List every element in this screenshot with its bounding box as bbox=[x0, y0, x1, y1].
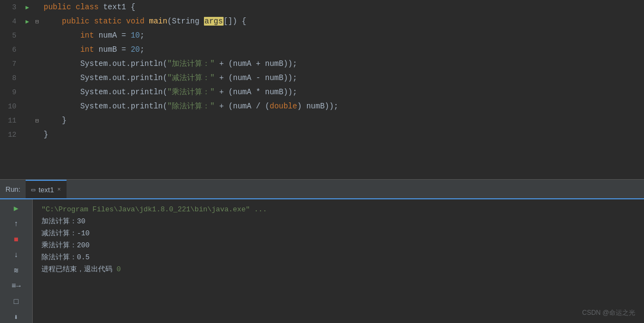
code-line: 6 int numB = 20; bbox=[0, 42, 644, 57]
output-line: 进程已结束，退出代码 0 bbox=[41, 264, 635, 276]
code-line: 3▶public class text1 { bbox=[0, 0, 644, 14]
line-arrow[interactable]: ▶ bbox=[22, 18, 33, 25]
run-tab[interactable]: ▭ text1 × bbox=[26, 180, 66, 198]
line-number: 11 bbox=[0, 117, 22, 125]
pin-button[interactable]: ⬇ bbox=[9, 312, 24, 323]
line-content: public static void main(String args[]) { bbox=[41, 17, 644, 26]
run-tab-name: text1 bbox=[39, 186, 54, 194]
output-line: 减法计算：-10 bbox=[41, 228, 635, 240]
run-panel: Run: ▭ text1 × ▶↑■↓≋≡→□⬇ "C:\Program Fil… bbox=[0, 180, 644, 323]
run-body: ▶↑■↓≋≡→□⬇ "C:\Program Files\Java\jdk1.8.… bbox=[0, 199, 644, 323]
run-button[interactable]: ▶ bbox=[9, 203, 24, 214]
run-panel-wrapper: Run: ▭ text1 × ▶↑■↓≋≡→□⬇ "C:\Program Fil… bbox=[0, 180, 644, 323]
line-number: 3 bbox=[0, 3, 22, 11]
line-content: int numA = 10; bbox=[41, 31, 644, 40]
code-line: 8 System.out.println("减法计算：" + (numA - n… bbox=[0, 71, 644, 85]
line-number: 12 bbox=[0, 131, 22, 139]
code-line: 10 System.out.println("除法计算：" + (numA / … bbox=[0, 99, 644, 113]
line-content: System.out.println("除法计算：" + (numA / (do… bbox=[41, 101, 644, 111]
csdn-watermark: CSDN @命运之光 bbox=[582, 308, 635, 318]
line-content: public class text1 { bbox=[41, 3, 644, 11]
scroll-down-button[interactable]: ↓ bbox=[9, 249, 24, 261]
scroll-up-button[interactable]: ↑ bbox=[9, 218, 24, 230]
run-sidebar: ▶↑■↓≋≡→□⬇ bbox=[0, 199, 33, 323]
output-area: "C:\Program Files\Java\jdk1.8.0_221\bin\… bbox=[33, 199, 644, 323]
output-line: 除法计算：0.5 bbox=[41, 252, 635, 264]
output-line: 乘法计算：200 bbox=[41, 240, 635, 252]
fold-icon[interactable]: ⊟ bbox=[33, 18, 41, 25]
code-line: 5 int numA = 10; bbox=[0, 28, 644, 42]
line-number: 5 bbox=[0, 32, 22, 40]
output-line: 加法计算：30 bbox=[41, 216, 635, 228]
line-content: } bbox=[41, 116, 644, 125]
line-content: System.out.println("乘法计算：" + (numA * num… bbox=[41, 87, 644, 97]
run-tab-icon: ▭ bbox=[31, 186, 35, 194]
code-line: 7 System.out.println("加法计算：" + (numA + n… bbox=[0, 57, 644, 71]
line-number: 9 bbox=[0, 88, 22, 96]
code-line: 12} bbox=[0, 127, 644, 142]
wrap-button[interactable]: ≡→ bbox=[9, 281, 24, 292]
line-number: 8 bbox=[0, 74, 22, 82]
code-line: 4▶⊟ public static void main(String args[… bbox=[0, 14, 644, 28]
line-number: 4 bbox=[0, 17, 22, 26]
line-content: System.out.println("减法计算：" + (numA - num… bbox=[41, 73, 644, 83]
line-content: } bbox=[41, 130, 644, 139]
run-label: Run: bbox=[5, 185, 20, 193]
editor-area: 3▶public class text1 {4▶⊟ public static … bbox=[0, 0, 644, 180]
line-number: 10 bbox=[0, 102, 22, 111]
line-content: System.out.println("加法计算：" + (numA + num… bbox=[41, 59, 644, 69]
line-content: int numB = 20; bbox=[41, 45, 644, 54]
stop-button[interactable]: ■ bbox=[9, 234, 24, 245]
code-line: 9 System.out.println("乘法计算：" + (numA * n… bbox=[0, 85, 644, 99]
run-tab-close[interactable]: × bbox=[57, 186, 61, 193]
line-number: 6 bbox=[0, 46, 22, 54]
fold-icon[interactable]: ⊟ bbox=[33, 117, 41, 124]
output-line: "C:\Program Files\Java\jdk1.8.0_221\bin\… bbox=[41, 204, 635, 216]
maximize-button[interactable]: □ bbox=[9, 296, 24, 308]
rerun-button[interactable]: ≋ bbox=[9, 265, 24, 277]
line-arrow[interactable]: ▶ bbox=[22, 4, 33, 11]
code-line: 11⊟ } bbox=[0, 113, 644, 127]
line-number: 7 bbox=[0, 60, 22, 68]
run-header: Run: ▭ text1 × bbox=[0, 180, 644, 199]
